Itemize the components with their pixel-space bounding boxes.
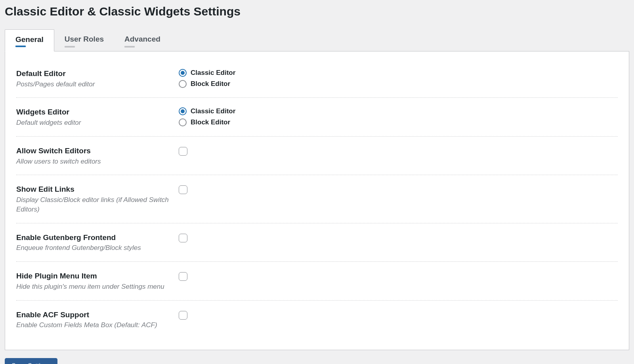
radio-widgets-block[interactable] [179,118,187,126]
setting-control [179,233,618,244]
setting-acf-support: Enable ACF Support Enable Custom Fields … [16,301,618,339]
checkbox-acf-support[interactable] [179,311,187,320]
radio-default-classic[interactable] [179,69,187,77]
setting-gutenberg-frontend: Enable Gutenberg Frontend Enqueue fronte… [16,223,618,262]
save-settings-button[interactable]: Save Settings [5,358,57,364]
setting-allow-switch: Allow Switch Editors Allow users to swit… [16,137,618,175]
radio-label: Block Editor [191,80,230,88]
radio-option[interactable]: Block Editor [179,80,618,88]
radio-option[interactable]: Classic Editor [179,69,618,77]
setting-desc: Enqueue frontend Gutenberg/Block styles [16,243,179,253]
setting-desc: Enable Custom Fields Meta Box (Default: … [16,320,179,330]
setting-label: Enable ACF Support Enable Custom Fields … [16,310,179,330]
setting-title: Widgets Editor [16,107,179,117]
checkbox-gutenberg-frontend[interactable] [179,234,187,242]
setting-control [179,271,618,282]
setting-control [179,185,618,196]
page-title: Classic Editor & Classic Widgets Setting… [5,5,629,18]
setting-control [179,146,618,157]
radio-widgets-classic[interactable] [179,107,187,115]
radio-default-block[interactable] [179,80,187,88]
settings-tabs: General User Roles Advanced [5,29,629,51]
tab-general-label: General [15,35,44,44]
setting-default-editor: Default Editor Posts/Pages default edito… [16,59,618,98]
setting-show-edit-links: Show Edit Links Display Classic/Block ed… [16,175,618,223]
setting-title: Show Edit Links [16,185,179,194]
save-bar: Save Settings [5,358,629,364]
radio-label: Classic Editor [191,107,235,115]
radio-label: Classic Editor [191,69,235,77]
checkbox-hide-plugin-menu[interactable] [179,272,187,281]
setting-desc: Posts/Pages default editor [16,80,179,89]
tab-indicator [65,46,75,48]
settings-panel: Default Editor Posts/Pages default edito… [5,51,629,350]
setting-desc: Hide this plugin's menu item under Setti… [16,282,179,292]
tab-indicator [15,46,26,47]
setting-hide-plugin-menu: Hide Plugin Menu Item Hide this plugin's… [16,262,618,300]
setting-label: Default Editor Posts/Pages default edito… [16,69,179,89]
tab-user-roles-label: User Roles [65,35,104,43]
setting-label: Enable Gutenberg Frontend Enqueue fronte… [16,233,179,253]
setting-title: Allow Switch Editors [16,146,179,156]
setting-label: Show Edit Links Display Classic/Block ed… [16,185,179,214]
tab-indicator [124,46,135,48]
setting-desc: Allow users to switch editors [16,157,179,166]
radio-option[interactable]: Classic Editor [179,107,618,115]
setting-title: Enable Gutenberg Frontend [16,233,179,243]
setting-title: Hide Plugin Menu Item [16,271,179,281]
checkbox-show-edit-links[interactable] [179,185,187,194]
tab-advanced-label: Advanced [124,35,160,43]
radio-label: Block Editor [191,118,230,126]
radio-option[interactable]: Block Editor [179,118,618,126]
setting-widgets-editor: Widgets Editor Default widgets editor Cl… [16,98,618,136]
setting-label: Hide Plugin Menu Item Hide this plugin's… [16,271,179,291]
setting-label: Allow Switch Editors Allow users to swit… [16,146,179,166]
tab-advanced[interactable]: Advanced [114,29,171,51]
tab-user-roles[interactable]: User Roles [54,29,114,51]
setting-label: Widgets Editor Default widgets editor [16,107,179,127]
setting-control [179,310,618,321]
setting-title: Enable ACF Support [16,310,179,320]
tab-general[interactable]: General [5,29,54,51]
setting-desc: Default widgets editor [16,118,179,128]
setting-control: Classic Editor Block Editor [179,69,618,88]
setting-title: Default Editor [16,69,179,79]
setting-desc: Display Classic/Block editor links (if A… [16,195,179,214]
setting-control: Classic Editor Block Editor [179,107,618,126]
checkbox-allow-switch[interactable] [179,147,187,156]
